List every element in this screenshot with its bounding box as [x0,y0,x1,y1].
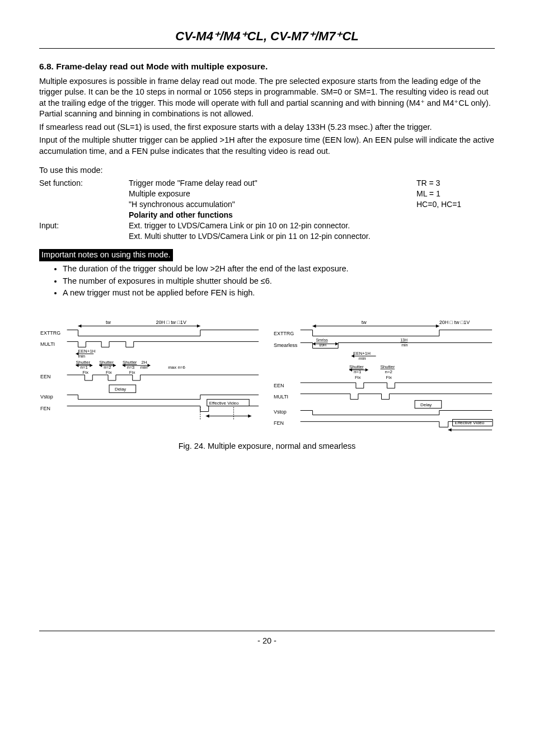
figure-caption: Fig. 24. Multiple exposure, normal and s… [39,441,495,452]
label-fix-l3: Fix [129,370,135,375]
label-multi-r: MULTI [274,393,288,399]
label-min-right: min [359,356,366,361]
multiple-exposure-desc: Multiple exposure [129,189,416,199]
label-n2-r: n=2 [385,369,392,374]
note-item: The number of exposures in multiple shut… [63,276,495,287]
svg-marker-31 [366,368,368,372]
label-maxn6: max n=6 [168,365,185,370]
label-smrlss: Smrlss [316,338,328,342]
section-heading: 6.8. Frame-delay read out Mode with mult… [39,61,495,73]
tr-value: TR = 3 [416,178,495,189]
header-rule [39,48,495,49]
blank-label-3 [39,210,129,220]
label-een-r: EEN [274,383,284,388]
paragraph-2: If smearless read out (SL=1) is used, th… [39,122,495,133]
set-function-label: Set function: [39,178,129,189]
label-fen: FEN [40,406,50,411]
page-number: - 20 - [39,636,495,647]
polarity-heading: Polarity and other functions [129,210,416,220]
label-vstop: Vstop [40,393,53,399]
svg-marker-2 [197,324,200,327]
footer-rule [39,631,495,631]
paragraph-3: Input of the multiple shutter trigger ca… [39,135,495,157]
label-min-left: min [78,354,85,359]
label-shutter-r2: Shutter [381,364,395,369]
trigger-mode-desc: Trigger mode "Frame delay read out" [129,178,416,189]
input-desc-2: Ext. Multi shutter to LVDS/Camera Link o… [129,231,495,242]
svg-marker-4 [76,352,79,355]
label-fen-r: FEN [274,420,284,426]
blank-label-2 [39,199,129,210]
svg-marker-13 [148,364,151,367]
label-een1h-left: EEN+1H [78,349,95,354]
label-een1h-right: EEN+1H [353,351,371,356]
timing-diagram-left: EXTTRG MULTI EEN Vstop FEN tw 20H □ tw □… [39,316,261,428]
svg-marker-17 [206,414,209,417]
page-header-title: CV-M4⁺/M4⁺CL, CV-M7⁺/M7⁺CL [39,28,495,45]
svg-marker-7 [90,364,92,367]
label-smearless: Smearless [274,342,298,348]
label-range-left: 20H □ tw □1V [156,319,186,325]
hc-value: HC=0, HC=1 [416,199,495,210]
blank-label [39,189,129,199]
label-vstop-r: Vstop [274,409,287,415]
svg-marker-22 [312,324,316,327]
input-desc-1: Ext. trigger to LVDS/Camera Link or pin … [129,220,495,231]
label-delay-left: Delay [115,386,126,391]
input-label: Input: [39,220,129,231]
label-2h: 2H [142,360,147,365]
label-fix-l2: Fix [106,370,112,375]
label-fix-r1: Fix [355,375,361,380]
to-use-label: To use this mode: [39,165,495,176]
label-range-right: 20H □ tw □1V [439,319,470,325]
label-exttrg: EXTTRG [40,330,60,336]
paragraph-1: Multiple exposures is possible in frame … [39,76,495,120]
label-fix-r2: Fix [386,375,392,380]
label-multi: MULTI [40,341,55,347]
ml-value: ML = 1 [416,189,495,199]
blank-val [416,210,495,220]
note-item: A new trigger must not be applied before… [63,288,495,299]
label-een: EEN [40,374,50,379]
label-min-r: min [401,343,407,347]
label-exttrg-r: EXTTRG [274,330,294,336]
label-tw-right: tw [362,319,367,325]
svg-marker-10 [113,364,116,367]
svg-marker-35 [448,428,452,431]
label-effective-video-left: Effective Video [209,400,239,405]
timing-diagram-right: EXTTRG Smearless EEN MULTI Vstop FEN tw … [273,316,495,433]
label-delay-right: Delay [420,402,432,407]
notes-list: The duration of the trigger should be lo… [39,264,495,299]
label-13h: 13H [400,338,407,342]
svg-marker-25 [312,342,315,345]
blank-label-4 [39,231,129,242]
label-tw-left: tw [106,319,111,325]
hsync-desc: "H synchronous accumulation" [129,199,416,210]
note-item: The duration of the trigger should be lo… [63,264,495,275]
svg-marker-1 [78,324,81,327]
svg-marker-18 [248,414,251,417]
label-effective-video-right: Effective Video [455,420,485,425]
svg-marker-26 [335,342,338,345]
label-fix-l1: Fix [82,370,88,375]
important-notes-title: Important notes on using this mode. [39,249,173,261]
